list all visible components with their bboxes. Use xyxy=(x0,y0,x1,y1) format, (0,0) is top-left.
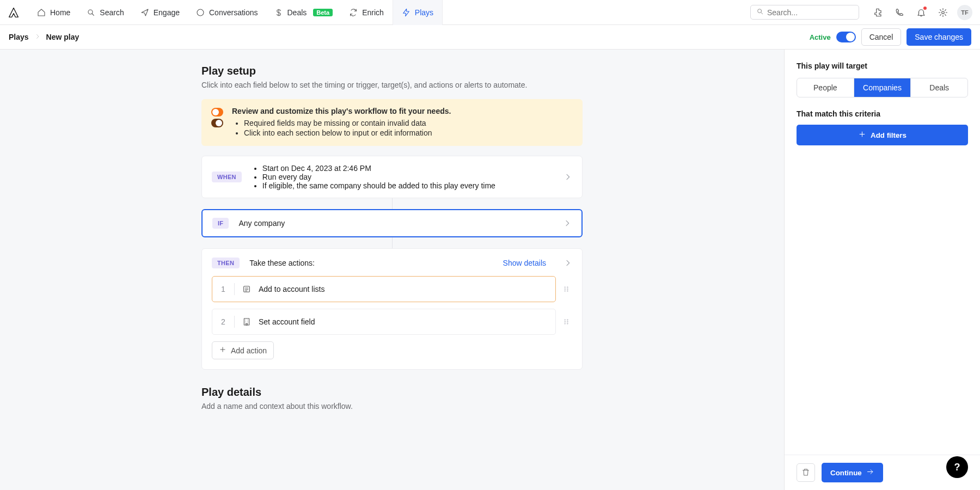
save-button[interactable]: Save changes xyxy=(906,28,971,46)
target-segmented-control: People Companies Deals xyxy=(797,78,968,97)
nav-plays-label: Plays xyxy=(415,8,433,17)
nav-engage[interactable]: Engage xyxy=(133,4,187,21)
warning-badge-icon xyxy=(211,108,223,117)
when-list: Start on Dec 4, 2023 at 2:46 PM Run ever… xyxy=(262,164,495,190)
refresh-icon xyxy=(349,8,358,17)
action-number: 1 xyxy=(220,285,226,293)
add-action-button[interactable]: Add action xyxy=(212,341,274,359)
svg-rect-16 xyxy=(244,318,249,325)
breadcrumb: Plays New play xyxy=(9,33,79,41)
action-row-1[interactable]: 1 Add to account lists xyxy=(212,276,556,302)
chevron-right-icon xyxy=(563,219,572,228)
divider xyxy=(234,283,235,295)
nav-home-label: Home xyxy=(50,8,70,17)
svg-point-2 xyxy=(197,9,204,16)
continue-button[interactable]: Continue xyxy=(822,463,883,482)
segment-people[interactable]: People xyxy=(797,78,854,97)
when-line: Start on Dec 4, 2023 at 2:46 PM xyxy=(262,164,495,173)
svg-point-27 xyxy=(567,320,568,321)
nav-home[interactable]: Home xyxy=(29,4,78,21)
breadcrumb-current: New play xyxy=(46,33,79,41)
show-details-link[interactable]: Show details xyxy=(503,259,546,267)
when-line: Run every day xyxy=(262,173,495,181)
dollar-icon xyxy=(274,8,283,17)
play-details-subtitle: Add a name and context about this workfl… xyxy=(201,402,583,411)
nav-enrich[interactable]: Enrich xyxy=(341,4,391,21)
nav-engage-label: Engage xyxy=(154,8,180,17)
svg-point-5 xyxy=(942,11,945,14)
if-label: Any company xyxy=(238,219,285,228)
add-filters-button[interactable]: Add filters xyxy=(797,125,968,145)
cancel-button[interactable]: Cancel xyxy=(861,28,902,46)
nav-enrich-label: Enrich xyxy=(362,8,384,17)
chevron-right-icon xyxy=(564,173,572,181)
nav-conversations-label: Conversations xyxy=(209,8,258,17)
when-card[interactable]: WHEN Start on Dec 4, 2023 at 2:46 PM Run… xyxy=(201,156,583,198)
warning-bullet: Click into each section below to input o… xyxy=(244,128,451,137)
warning-title: Review and customize this play's workflo… xyxy=(232,107,451,115)
svg-line-1 xyxy=(92,14,94,15)
criteria-title: That match this criteria xyxy=(797,109,968,118)
user-avatar[interactable]: TF xyxy=(957,5,972,20)
chevron-right-icon[interactable] xyxy=(564,259,572,267)
then-tag: THEN xyxy=(212,258,240,268)
svg-point-29 xyxy=(567,323,568,324)
notifications-icon[interactable] xyxy=(914,5,929,20)
beta-badge: Beta xyxy=(313,9,333,16)
global-search[interactable] xyxy=(750,5,859,20)
if-card[interactable]: IF Any company xyxy=(201,209,583,237)
segment-deals[interactable]: Deals xyxy=(911,78,967,97)
action-label: Set account field xyxy=(259,317,315,326)
drag-handle-icon[interactable] xyxy=(562,285,571,293)
warning-bullets: Required fields may be missing or contai… xyxy=(244,119,451,137)
nav-search[interactable]: Search xyxy=(79,4,131,21)
continue-label: Continue xyxy=(830,469,862,477)
trash-icon xyxy=(801,468,810,478)
svg-point-25 xyxy=(565,321,566,322)
connector-line xyxy=(392,237,393,248)
svg-line-4 xyxy=(761,13,763,14)
search-input[interactable] xyxy=(767,8,853,17)
play-details-title: Play details xyxy=(201,386,583,399)
bolt-icon xyxy=(402,8,411,17)
action-row-2[interactable]: 2 Set account field xyxy=(212,309,556,335)
chat-icon xyxy=(196,8,205,17)
phone-icon[interactable] xyxy=(892,5,907,20)
search-icon xyxy=(756,8,764,17)
extension-icon[interactable] xyxy=(870,5,885,20)
connector-line xyxy=(392,198,393,209)
nav-plays[interactable]: Plays xyxy=(394,4,441,21)
nav-deals-label: Deals xyxy=(287,8,307,17)
plus-icon xyxy=(858,130,866,140)
drag-handle-icon[interactable] xyxy=(562,317,571,326)
svg-point-28 xyxy=(567,321,568,322)
segment-companies[interactable]: Companies xyxy=(854,78,911,97)
add-action-label: Add action xyxy=(231,346,267,355)
nav-deals[interactable]: Deals Beta xyxy=(267,4,341,21)
body: Play setup Click into each field below t… xyxy=(0,50,980,490)
svg-point-10 xyxy=(565,287,566,288)
help-fab[interactable]: ? xyxy=(946,456,968,478)
warning-icons xyxy=(211,107,223,138)
svg-point-26 xyxy=(565,323,566,324)
brand-logo[interactable] xyxy=(8,7,20,19)
target-title: This play will target xyxy=(797,62,968,70)
play-setup-subtitle: Click into each field below to set the t… xyxy=(201,81,583,89)
send-icon xyxy=(140,8,149,17)
action-number: 2 xyxy=(220,317,226,326)
svg-point-11 xyxy=(565,289,566,290)
active-toggle[interactable] xyxy=(836,32,856,42)
list-icon xyxy=(242,285,251,293)
when-line: If eligible, the same company should be … xyxy=(262,181,495,190)
plus-icon xyxy=(219,346,226,355)
divider xyxy=(234,316,235,328)
top-nav: Home Search Engage Conversations Deals B… xyxy=(0,0,980,25)
breadcrumb-root[interactable]: Plays xyxy=(9,33,29,41)
delete-button[interactable] xyxy=(797,463,815,482)
settings-icon[interactable] xyxy=(935,5,951,20)
action-label: Add to account lists xyxy=(259,285,324,293)
then-card: THEN Take these actions: Show details 1 … xyxy=(201,248,583,370)
active-status-label: Active xyxy=(810,33,831,41)
nav-conversations[interactable]: Conversations xyxy=(188,4,266,21)
topnav-actions: TF xyxy=(870,5,972,20)
